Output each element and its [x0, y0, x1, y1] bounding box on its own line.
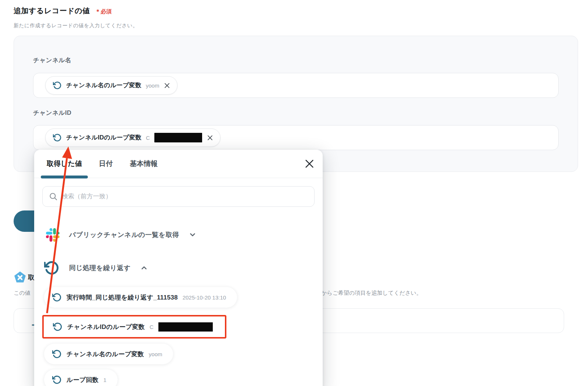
- slack-icon: [46, 228, 60, 242]
- list-item-channel-id-loop-var[interactable]: チャンネルIDのループ変数 C: [45, 317, 224, 336]
- item-value: C: [150, 324, 154, 330]
- field-label-channel-name: チャンネル名: [33, 56, 71, 64]
- required-badge: ＊必須: [95, 8, 112, 15]
- group-row-loop[interactable]: 同じ処理を繰り返す: [42, 260, 315, 276]
- variable-picker-modal: 取得した値 日付 基本情報: [34, 150, 323, 386]
- tab-obtained-values[interactable]: 取得した値: [47, 159, 82, 169]
- page-header: 追加するレコードの値 ＊必須: [14, 6, 112, 16]
- loop-icon: [53, 133, 62, 142]
- loop-icon: [52, 349, 62, 359]
- loop-icon: [53, 322, 62, 332]
- redacted-value: [154, 133, 202, 142]
- list-item-channel-name-loop-var[interactable]: チャンネル名のループ変数 yoom: [44, 344, 173, 364]
- modal-tab-bar: 取得した値 日付 基本情報: [34, 150, 323, 178]
- x-pentagon-icon: [14, 270, 26, 284]
- item-value: 2025-10-20 13:10: [183, 294, 226, 301]
- item-name: チャンネル名のループ変数: [67, 350, 144, 358]
- redacted-value: [158, 322, 213, 332]
- tab-date[interactable]: 日付: [99, 159, 113, 169]
- channel-id-input[interactable]: チャンネルIDのループ変数 C: [33, 125, 559, 150]
- list-item-exec-time[interactable]: 実行時間_同じ処理を繰り返す_111538 2025-10-20 13:10: [44, 287, 237, 308]
- hidden-section-heading: 取: [28, 273, 35, 282]
- close-icon[interactable]: [304, 159, 315, 169]
- chip-name: チャンネルIDのループ変数: [66, 134, 141, 142]
- chevron-down-icon: [189, 231, 197, 239]
- item-value: yoom: [149, 351, 162, 357]
- loop-icon: [52, 375, 62, 385]
- chip-value: C: [146, 135, 150, 141]
- item-name: ループ回数: [67, 376, 98, 384]
- item-name: 実行時間_同じ処理を繰り返す_111538: [67, 293, 178, 302]
- channel-name-input[interactable]: チャンネル名のループ変数 yoom: [33, 73, 559, 98]
- hidden-sentence-right: からご希望の項目を追加してください。: [321, 290, 422, 297]
- chip-name: チャンネル名のループ変数: [66, 81, 141, 89]
- remove-chip-icon[interactable]: [164, 82, 171, 89]
- page: 追加するレコードの値 ＊必須 新たに作成するレコードの値を入力してください。 チ…: [0, 0, 588, 386]
- chevron-up-icon: [140, 264, 148, 272]
- hidden-sentence-left: この値: [14, 290, 31, 297]
- item-value: 1: [103, 377, 106, 383]
- loop-icon: [44, 260, 60, 276]
- loop-icon: [53, 81, 62, 90]
- chip-value: yoom: [146, 82, 159, 89]
- active-tab-underline: [41, 176, 88, 178]
- search-icon: [49, 192, 58, 201]
- variable-chip-channel-id[interactable]: チャンネルIDのループ変数 C: [45, 128, 220, 147]
- variable-list: 実行時間_同じ処理を繰り返す_111538 2025-10-20 13:10 チ…: [42, 287, 315, 386]
- variable-chip-channel-name[interactable]: チャンネル名のループ変数 yoom: [45, 76, 178, 95]
- remove-chip-icon[interactable]: [207, 134, 214, 141]
- search-input[interactable]: [42, 186, 315, 207]
- search-box: [42, 186, 315, 207]
- field-label-channel-id: チャンネルID: [33, 109, 71, 117]
- loop-icon: [52, 293, 62, 302]
- page-subtitle: 新たに作成するレコードの値を入力してください。: [14, 22, 138, 29]
- annotation-highlight-box: チャンネルIDのループ変数 C: [42, 315, 226, 339]
- modal-body: パブリックチャンネルの一覧を取得 同じ処理を繰り返す 実行時間_同じ処理を繰り返…: [34, 186, 323, 386]
- group-label: 同じ処理を繰り返す: [69, 263, 130, 272]
- page-title: 追加するレコードの値: [14, 6, 90, 16]
- item-name: チャンネルIDのループ変数: [67, 323, 145, 331]
- tab-basic-info[interactable]: 基本情報: [130, 159, 158, 169]
- group-label: パブリックチャンネルの一覧を取得: [69, 230, 179, 239]
- group-row-slack[interactable]: パブリックチャンネルの一覧を取得: [42, 227, 315, 242]
- list-item-loop-count[interactable]: ループ回数 1: [44, 369, 118, 386]
